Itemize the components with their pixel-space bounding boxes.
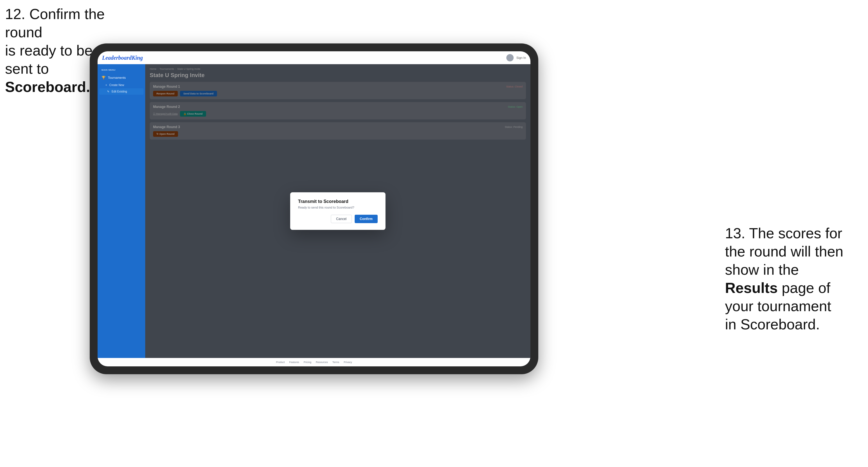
annotation-right-line2: the round will then [725,243,843,259]
transmit-modal: Transmit to Scoreboard Ready to send thi… [290,192,385,230]
footer-pricing[interactable]: Pricing [304,361,311,364]
logo-area: LeaderboardKing [102,55,143,61]
main-area: MAIN MENU 🏆 Tournaments + Create New ✎ E… [98,64,530,358]
top-bar-right: Sign In [506,54,526,61]
modal-buttons: Cancel Confirm [298,215,378,223]
content-area: Home › Tournaments › State U Spring Invi… [145,64,530,358]
modal-cancel-button[interactable]: Cancel [331,215,352,223]
top-bar: LeaderboardKing Sign In [98,51,530,64]
edit-existing-label: Edit Existing [112,90,127,93]
annotation-line3: Scoreboard. [5,79,90,95]
annotation-right-line4: Results page of [725,280,831,296]
sidebar-item-create-new[interactable]: + Create New [98,82,145,88]
footer-privacy[interactable]: Privacy [344,361,352,364]
create-new-label: Create New [109,84,124,87]
plus-icon: + [105,84,107,87]
modal-overlay: Transmit to Scoreboard Ready to send thi… [145,64,530,358]
logo: LeaderboardKing [102,55,143,61]
modal-confirm-button[interactable]: Confirm [355,215,378,223]
modal-title: Transmit to Scoreboard [298,199,378,204]
footer-resources[interactable]: Resources [316,361,328,364]
sign-in-link[interactable]: Sign In [517,56,526,59]
edit-icon: ✎ [107,90,109,93]
footer-product[interactable]: Product [276,361,285,364]
tournaments-label: Tournaments [108,76,126,79]
sidebar-item-edit-existing[interactable]: ✎ Edit Existing [99,88,144,95]
footer-terms[interactable]: Terms [333,361,340,364]
annotation-right-line3: show in the [725,261,799,278]
tablet-frame: LeaderboardKing Sign In MAIN MENU 🏆 Tour… [90,43,538,374]
footer: Product Features Pricing Resources Terms… [98,358,530,366]
tablet-screen: LeaderboardKing Sign In MAIN MENU 🏆 Tour… [98,51,530,366]
sidebar-item-tournaments[interactable]: 🏆 Tournaments [98,73,145,82]
annotation-right-line6: in Scoreboard. [725,316,820,333]
annotation-right-line1: 13. The scores for [725,225,842,241]
avatar [506,54,514,61]
footer-features[interactable]: Features [289,361,299,364]
sidebar-menu-label: MAIN MENU [98,67,145,73]
annotation-line2: is ready to be sent to [5,42,93,77]
trophy-icon: 🏆 [101,76,106,80]
modal-subtitle: Ready to send this round to Scoreboard? [298,206,378,209]
annotation-line1: 12. Confirm the round [5,6,105,40]
annotation-right-line5: your tournament [725,298,831,314]
annotation-right: 13. The scores for the round will then s… [725,224,860,334]
sidebar: MAIN MENU 🏆 Tournaments + Create New ✎ E… [98,64,145,358]
